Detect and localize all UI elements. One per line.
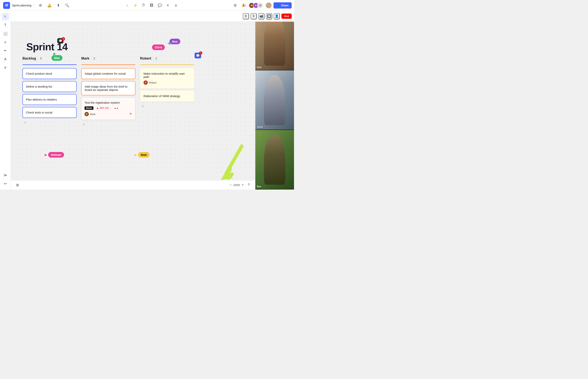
mic-button[interactable]: 🎙 bbox=[251, 13, 257, 19]
sidebar-sticky-tool[interactable]: ⬜ bbox=[2, 30, 9, 37]
card-test-registration-text: Test the registration system bbox=[84, 101, 120, 104]
main-canvas[interactable]: Sprint 14 💬 3 ▶ Mae Bea Chris ◀ 💬 2 Back… bbox=[11, 22, 255, 190]
card-plan-delivery[interactable]: Plan delivery to retailers bbox=[22, 94, 77, 105]
chat-icon[interactable]: 💬 bbox=[156, 2, 163, 9]
screen-icon[interactable]: 🖼 bbox=[148, 2, 155, 9]
robert-column: Robert 2 Make instruction to simplify us… bbox=[140, 56, 194, 127]
columns-area: Backlog 4 Check product stock Define a s… bbox=[22, 56, 194, 127]
filter-icon[interactable]: ⚙ bbox=[232, 2, 239, 9]
bottom-left: ⊞ bbox=[14, 182, 21, 189]
svg-marker-0 bbox=[221, 172, 233, 180]
left-sidebar: ↖ T ⬜ ⎆ ✏ A # ≫ ↩ bbox=[0, 11, 11, 190]
board-title: Sprint planning ☆ bbox=[12, 4, 35, 7]
robert-count: 2 bbox=[155, 57, 157, 60]
card-check-texts-text: Check texts in social bbox=[26, 111, 52, 114]
help-button[interactable]: ? bbox=[245, 182, 252, 189]
robert-title: Robert bbox=[140, 56, 151, 61]
tag-jira: ◉ JIRA-253 bbox=[95, 106, 111, 110]
backlog-title: Backlog bbox=[22, 56, 36, 61]
settings-button[interactable]: ⚙ bbox=[37, 2, 44, 9]
video-button[interactable]: 📹 bbox=[258, 13, 264, 19]
celebration-icon[interactable]: 🎉 bbox=[240, 2, 247, 9]
video-cell-bea: Bea bbox=[255, 130, 294, 190]
share-label: Share bbox=[281, 4, 288, 7]
robert-line bbox=[140, 64, 194, 65]
panel-toggle-button[interactable]: ⊞ bbox=[14, 182, 21, 189]
star-icon[interactable]: ☆ bbox=[32, 4, 35, 7]
video-name-matt: Matt bbox=[257, 66, 262, 69]
notifications-button[interactable]: 🔔 bbox=[46, 2, 53, 9]
robert-column-header: Robert 2 bbox=[140, 56, 194, 62]
topbar-left: M Sprint planning ☆ ⚙ 🔔 ⬆ 🔍 bbox=[0, 2, 74, 9]
video-name-bea: Bea bbox=[257, 185, 261, 188]
card-smm-strategy[interactable]: Elaboration of SMM strategy bbox=[140, 91, 194, 101]
screen-share-button[interactable]: 🔲 bbox=[266, 13, 272, 19]
cursor-label-matt: Matt bbox=[138, 152, 149, 158]
cursor-label-chris: Chris bbox=[152, 45, 165, 50]
person-button[interactable]: 👤 bbox=[274, 13, 280, 19]
board-title-text: Sprint planning bbox=[12, 4, 31, 7]
cursor-bea: Bea bbox=[169, 39, 180, 44]
sidebar-frame-tool[interactable]: # bbox=[2, 64, 9, 71]
sidebar-shapes-tool[interactable]: ⎆ bbox=[2, 39, 9, 46]
jira-icon: ◉ bbox=[97, 107, 98, 109]
sidebar-undo-tool[interactable]: ↩ bbox=[2, 180, 9, 187]
sidebar-more-tool[interactable]: ≫ bbox=[2, 172, 9, 179]
prev-icon[interactable]: ‹ bbox=[124, 2, 131, 9]
avatar-count[interactable]: 12 bbox=[257, 2, 263, 8]
mark-assignee-label: Mark bbox=[90, 113, 95, 116]
cursor-label-hisham: Hisham bbox=[48, 152, 64, 158]
mark-column: Mark 3 Adapt global creatives for social… bbox=[81, 56, 135, 127]
sidebar-text-format-tool[interactable]: A bbox=[2, 56, 9, 63]
mark-add-button[interactable]: + bbox=[81, 122, 87, 127]
backlog-divider bbox=[38, 57, 38, 60]
topbar-right: ⚙ 🎉 M B 12 👤 Share bbox=[229, 2, 294, 9]
toolbar2-right: 🎚 🎙 📹 🔲 👤 End bbox=[240, 13, 294, 19]
backlog-line bbox=[22, 64, 77, 65]
person-silhouette-sadie bbox=[264, 75, 285, 125]
card-check-product-stock[interactable]: Check product stock bbox=[22, 68, 77, 79]
list-icon[interactable]: ≡ bbox=[164, 2, 171, 9]
sidebar-text-tool[interactable]: T bbox=[2, 22, 9, 29]
share-button[interactable]: 👤 Share bbox=[273, 2, 292, 9]
bottom-bar: ⊞ − 100% + ? bbox=[11, 180, 255, 190]
card-adapt-creatives-text: Adapt global creatives for social bbox=[85, 72, 126, 75]
bolt-icon[interactable]: ⚡ bbox=[132, 2, 139, 9]
card-define-seeding[interactable]: Define a seeding list bbox=[22, 81, 77, 92]
timer-icon[interactable]: ⏱ bbox=[140, 2, 147, 9]
current-user-avatar[interactable] bbox=[265, 2, 272, 9]
mixer-button[interactable]: 🎚 bbox=[243, 13, 249, 19]
miro-logo[interactable]: M bbox=[3, 2, 10, 9]
sidebar-select-tool[interactable]: ↖ bbox=[2, 13, 9, 20]
card-smm-strategy-text: Elaboration of SMM strategy bbox=[143, 94, 180, 98]
video-cell-sadie: Sadie bbox=[255, 70, 294, 130]
more-icon[interactable]: ∨ bbox=[173, 2, 179, 9]
card-flag-icon: ⚑ bbox=[129, 112, 132, 116]
comment-badge: 3 bbox=[62, 37, 65, 41]
search-button[interactable]: 🔍 bbox=[64, 2, 71, 9]
card-test-footer: M Mark ⚑ bbox=[84, 112, 132, 116]
card-define-seeding-text: Define a seeding list bbox=[26, 85, 52, 88]
backlog-count: 4 bbox=[40, 57, 42, 60]
zoom-out-button[interactable]: − bbox=[230, 183, 232, 187]
robert-name: Robert bbox=[149, 81, 157, 84]
chat-notification-badge: 2 bbox=[199, 51, 202, 55]
card-add-image-ideas[interactable]: Add image ideas from the brief to board … bbox=[81, 81, 135, 95]
card-adapt-creatives[interactable]: Adapt global creatives for social bbox=[81, 68, 135, 79]
robert-add-button[interactable]: + bbox=[140, 103, 145, 109]
sidebar-pen-tool[interactable]: ✏ bbox=[2, 47, 9, 54]
upload-button[interactable]: ⬆ bbox=[55, 2, 62, 9]
mark-count: 3 bbox=[94, 57, 95, 60]
card-check-texts[interactable]: Check texts in social bbox=[22, 107, 77, 118]
bottom-right: − 100% + ? bbox=[230, 182, 252, 189]
card-make-instruction[interactable]: Make instruction to simplify user path R… bbox=[140, 68, 194, 89]
end-button[interactable]: End bbox=[281, 14, 292, 19]
backlog-add-button[interactable]: + bbox=[22, 120, 28, 125]
zoom-in-button[interactable]: + bbox=[242, 183, 244, 187]
card-test-tags: Done ◉ JIRA-253 ▲▲ bbox=[84, 106, 132, 110]
cursor-hisham: ▶ Hisham bbox=[45, 153, 47, 157]
card-add-image-ideas-text: Add image ideas from the brief to board … bbox=[85, 85, 127, 92]
video-name-sadie: Sadie bbox=[257, 126, 263, 128]
mark-title: Mark bbox=[81, 56, 89, 61]
card-test-registration[interactable]: Test the registration system Done ◉ JIRA… bbox=[81, 97, 135, 120]
